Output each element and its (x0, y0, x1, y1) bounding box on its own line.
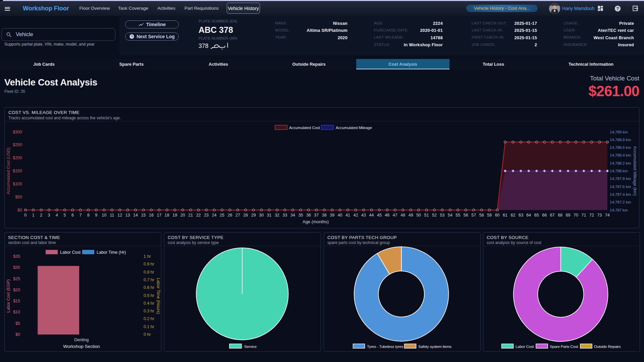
svg-text:Age (months): Age (months) (303, 219, 329, 224)
svg-text:$250: $250 (13, 142, 22, 147)
svg-text:9: 9 (95, 213, 97, 218)
svg-text:0.1 hr: 0.1 hr (144, 324, 154, 329)
svg-text:$5: $5 (15, 321, 20, 326)
svg-text:35: 35 (298, 213, 303, 218)
svg-text:0.3 hr: 0.3 hr (144, 309, 154, 313)
svg-text:1: 1 (32, 213, 35, 218)
svg-text:$30: $30 (13, 265, 20, 270)
svg-text:50: 50 (416, 213, 421, 218)
svg-text:74: 74 (605, 213, 610, 218)
svg-text:$15: $15 (13, 299, 20, 303)
svg-text:14,788 km: 14,788 km (610, 169, 628, 173)
svg-text:25: 25 (220, 213, 224, 218)
svg-text:45: 45 (377, 213, 382, 218)
svg-text:63: 63 (519, 213, 523, 218)
svg-text:18: 18 (165, 213, 169, 218)
svg-text:$0: $0 (15, 332, 20, 337)
svg-text:$200: $200 (13, 156, 22, 160)
svg-text:14,788.2 km: 14,788.2 km (610, 161, 631, 165)
svg-text:59: 59 (487, 213, 492, 218)
svg-text:40: 40 (338, 213, 342, 218)
svg-text:1 hr: 1 hr (144, 254, 151, 259)
svg-text:$50: $50 (15, 195, 22, 199)
svg-text:14,788.4 km: 14,788.4 km (610, 153, 631, 157)
svg-text:0.8 hr: 0.8 hr (144, 270, 154, 275)
svg-text:0.5 hr: 0.5 hr (144, 293, 154, 298)
svg-text:$0: $0 (17, 208, 22, 213)
svg-text:17: 17 (157, 213, 161, 218)
svg-text:54: 54 (448, 213, 452, 218)
svg-text:31: 31 (267, 213, 272, 218)
svg-text:14,788.6 km: 14,788.6 km (610, 145, 631, 149)
svg-text:Accumulated Mileage: Accumulated Mileage (336, 126, 372, 130)
svg-text:$10: $10 (13, 310, 20, 314)
svg-text:62: 62 (511, 213, 516, 218)
svg-text:20: 20 (180, 213, 185, 218)
svg-text:14,787.4 km: 14,787.4 km (610, 192, 631, 196)
svg-text:41: 41 (345, 213, 350, 218)
svg-text:44: 44 (369, 213, 374, 218)
svg-text:38: 38 (322, 213, 327, 218)
svg-text:Accumulated Mileage (km): Accumulated Mileage (km) (633, 146, 637, 196)
svg-text:Workshop Section: Workshop Section (63, 344, 100, 349)
svg-text:4: 4 (56, 213, 58, 218)
svg-text:$20: $20 (13, 288, 20, 292)
svg-text:0.7 hr: 0.7 hr (144, 278, 154, 282)
svg-text:46: 46 (385, 213, 389, 218)
svg-text:69: 69 (566, 213, 571, 218)
svg-text:48: 48 (400, 213, 405, 218)
svg-text:43: 43 (361, 213, 366, 218)
svg-text:27: 27 (235, 213, 240, 218)
svg-text:Labor Cost (EGP): Labor Cost (EGP) (6, 279, 11, 312)
svg-text:21: 21 (188, 213, 193, 218)
svg-text:$25: $25 (13, 277, 20, 281)
svg-text:14,788.8 km: 14,788.8 km (610, 138, 631, 142)
svg-text:72: 72 (589, 213, 594, 218)
svg-text:Accumulated Cost: Accumulated Cost (289, 126, 320, 130)
svg-text:61: 61 (503, 213, 507, 218)
svg-text:Labor Time (Hr): Labor Time (Hr) (97, 250, 126, 255)
svg-text:Tyres - Tubeless tyres: Tyres - Tubeless tyres (367, 345, 404, 349)
svg-text:0: 0 (24, 213, 26, 218)
svg-text:14,789 km: 14,789 km (610, 130, 628, 134)
svg-text:Safety system items: Safety system items (418, 345, 452, 349)
svg-text:Outside Repairs: Outside Repairs (594, 345, 621, 349)
svg-text:Labor Cost: Labor Cost (516, 345, 534, 349)
svg-text:65: 65 (534, 213, 539, 218)
svg-text:0.6 hr: 0.6 hr (144, 285, 154, 290)
svg-text:13: 13 (125, 213, 130, 218)
svg-text:26: 26 (227, 213, 232, 218)
svg-text:71: 71 (582, 213, 586, 218)
svg-text:49: 49 (409, 213, 413, 218)
svg-text:14,787.8 km: 14,787.8 km (610, 177, 631, 181)
svg-text:58: 58 (479, 213, 484, 218)
svg-text:29: 29 (251, 213, 256, 218)
svg-text:Service: Service (244, 345, 257, 349)
svg-text:10: 10 (102, 213, 106, 218)
svg-text:34: 34 (290, 213, 295, 218)
svg-text:2: 2 (40, 213, 42, 218)
svg-text:33: 33 (283, 213, 287, 218)
svg-text:$100: $100 (13, 182, 22, 186)
svg-text:15: 15 (141, 213, 146, 218)
svg-text:$35: $35 (13, 254, 20, 259)
svg-text:Labor Time (Hours): Labor Time (Hours) (156, 278, 161, 314)
svg-text:28: 28 (243, 213, 248, 218)
svg-text:0.4 hr: 0.4 hr (144, 301, 154, 306)
svg-text:16: 16 (149, 213, 154, 218)
svg-text:70: 70 (574, 213, 578, 218)
svg-text:55: 55 (455, 213, 460, 218)
svg-text:23: 23 (204, 213, 209, 218)
svg-text:14,787.6 km: 14,787.6 km (610, 185, 631, 189)
svg-text:19: 19 (172, 213, 177, 218)
svg-text:22: 22 (196, 213, 201, 218)
svg-text:Spare Parts Cost: Spare Parts Cost (550, 345, 578, 349)
svg-text:7: 7 (79, 213, 82, 218)
svg-text:32: 32 (275, 213, 279, 218)
svg-text:5: 5 (64, 213, 66, 218)
svg-text:12: 12 (117, 213, 122, 218)
svg-text:Accumulated Cost (USD): Accumulated Cost (USD) (6, 147, 11, 194)
svg-text:14,787 km: 14,787 km (610, 208, 628, 212)
svg-text:39: 39 (330, 213, 334, 218)
svg-text:14,787.2 km: 14,787.2 km (610, 200, 631, 204)
